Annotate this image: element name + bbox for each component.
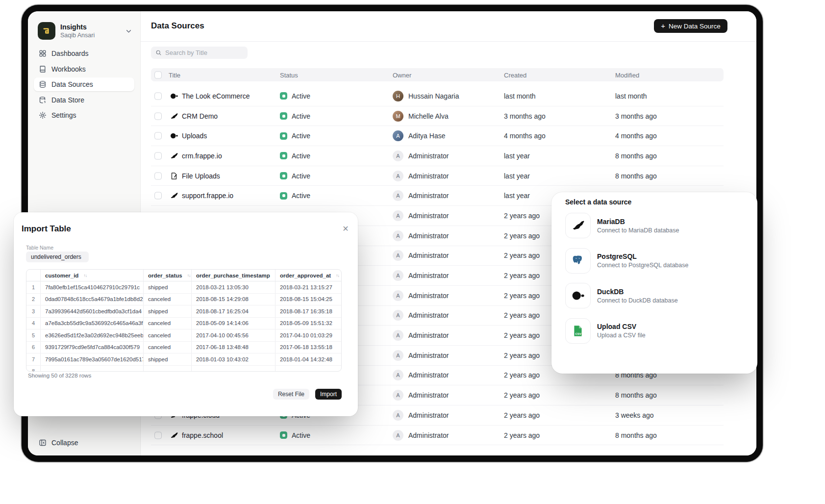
row-created: 2 years ago	[504, 272, 540, 279]
table-row[interactable]: CRM DemoActiveMMichelle Alva3 months ago…	[151, 106, 724, 126]
preview-column-header[interactable]: order_status↑↓	[143, 270, 191, 281]
table-name-input[interactable]	[26, 252, 89, 262]
sort-icon[interactable]: ↑↓	[336, 273, 339, 278]
status-label: Active	[292, 152, 310, 160]
avatar: A	[393, 130, 403, 141]
preview-cell: 2018-08-17 16:25:04	[191, 305, 275, 317]
workspace-switcher[interactable]: Insights Saqib Ansari	[35, 20, 135, 42]
close-button[interactable]: ✕	[340, 223, 351, 234]
row-checkbox[interactable]	[154, 152, 162, 159]
row-created: 2 years ago	[504, 371, 540, 379]
row-created: 2 years ago	[504, 212, 540, 220]
avatar: A	[393, 350, 403, 361]
status-badge: Active	[280, 92, 310, 100]
option-text: Upload CSVUpload a CSV file	[597, 323, 646, 339]
preview-column-header[interactable]: order_purchase_timestamp↑↓	[191, 270, 275, 281]
preview-column-header[interactable]: customer_id↑↓	[40, 270, 143, 281]
sidebar-item-label: Workbooks	[51, 65, 86, 73]
table-row[interactable]: frappe.schoolActiveAAdministrator2 years…	[151, 426, 724, 446]
preview-row: 4a7e8a3cb55d9c9a536992c6465a46a3fcancele…	[26, 318, 341, 330]
sidebar-nav: DashboardsWorkbooksData SourcesData Stor…	[34, 47, 134, 124]
status-badge: Active	[280, 192, 310, 200]
status-label: Active	[292, 192, 310, 200]
sidebar-item-data-sources[interactable]: Data Sources	[34, 77, 134, 91]
row-owner: AAdministrator	[393, 250, 449, 261]
preview-cell: 2018-05-09 14:14:06	[191, 318, 275, 329]
preview-cell	[40, 366, 143, 372]
sort-icon[interactable]: ↑↓	[83, 273, 87, 278]
plus-icon: +	[661, 22, 665, 29]
preview-cell: canceled	[143, 342, 191, 353]
status-dot-icon	[280, 192, 287, 200]
preview-cell: 2018-01-04 14:32:48	[275, 353, 341, 365]
data-source-option-upload-csv[interactable]: CSVUpload CSVUpload a CSV file	[565, 318, 744, 344]
select-all-checkbox[interactable]	[154, 71, 162, 78]
option-description: Connect to PostgreSQL database	[597, 262, 688, 269]
row-created: last year	[504, 152, 530, 160]
sort-icon[interactable]: ↑↓	[187, 273, 191, 278]
table-row[interactable]: The Look eCommerceActiveHHussain Nagaria…	[151, 86, 724, 106]
file-icon	[170, 172, 178, 180]
row-owner: AAdministrator	[393, 390, 449, 401]
avatar: A	[393, 390, 403, 401]
row-owner: AAdministrator	[393, 151, 449, 161]
avatar: M	[393, 111, 403, 122]
avatar: A	[393, 370, 403, 380]
preview-cell: 7a399396442d5601cbedfbd0a3cf1da4	[40, 305, 143, 317]
table-row[interactable]: crm.frappe.ioActiveAAdministratorlast ye…	[151, 146, 724, 166]
row-checkbox[interactable]	[154, 172, 162, 179]
collapse-label: Collapse	[51, 439, 78, 447]
sidebar-item-data-store[interactable]: Data Store	[34, 93, 134, 107]
avatar: A	[393, 171, 403, 181]
row-created: last year	[504, 192, 530, 200]
table-row[interactable]: File UploadsActiveAAdministratorlast yea…	[151, 166, 724, 186]
duckdb-icon	[565, 283, 591, 308]
data-source-option-postgresql[interactable]: PostgreSQLConnect to PostgreSQL database	[565, 248, 744, 274]
header-divider	[141, 41, 756, 42]
sidebar-item-workbooks[interactable]: Workbooks	[34, 62, 134, 76]
data-sources-icon	[39, 80, 47, 88]
row-checkbox[interactable]	[154, 192, 162, 200]
sidebar-item-settings[interactable]: Settings	[34, 108, 134, 122]
option-description: Connect to DuckDB database	[597, 297, 678, 304]
status-badge: Active	[280, 431, 310, 439]
row-checkbox[interactable]	[154, 431, 162, 439]
collapse-button[interactable]: Collapse	[34, 436, 83, 450]
modal-title: Import Table	[22, 224, 71, 234]
table-row[interactable]: UploadsActiveAAditya Hase4 months ago4 m…	[151, 126, 724, 146]
row-created: 2 years ago	[504, 352, 540, 359]
row-created: 2 years ago	[504, 331, 540, 339]
search-icon	[155, 50, 162, 56]
avatar: H	[393, 91, 403, 101]
owner-name: Administrator	[408, 391, 449, 399]
data-source-option-mariadb[interactable]: MariaDBConnect to MariaDB database	[565, 213, 744, 238]
preview-cell: a7e8a3cb55d9c9a536992c6465a46a3f	[40, 318, 143, 329]
mariadb-icon	[565, 213, 591, 238]
row-number: 7	[26, 353, 40, 365]
option-description: Connect to MariaDB database	[597, 227, 679, 234]
row-checkbox[interactable]	[154, 132, 162, 140]
search-input[interactable]	[151, 47, 248, 59]
row-modified: 3 weeks ago	[615, 411, 654, 419]
sidebar-item-label: Data Sources	[51, 80, 93, 88]
status-label: Active	[292, 172, 310, 180]
preview-row: 20dad07848c618cc5a4679a1bfe1db8d2cancele…	[26, 294, 341, 306]
status-dot-icon	[280, 172, 287, 179]
option-description: Upload a CSV file	[597, 332, 646, 339]
owner-name: Administrator	[408, 212, 449, 220]
data-source-option-duckdb[interactable]: DuckDBConnect to DuckDB database	[565, 283, 744, 308]
import-button[interactable]: Import	[315, 389, 342, 400]
preview-column-header[interactable]: order_approved_at↑↓	[275, 270, 341, 281]
owner-name: Administrator	[408, 371, 449, 379]
row-checkbox[interactable]	[154, 92, 162, 100]
row-checkbox[interactable]	[154, 112, 162, 120]
new-data-source-button[interactable]: + New Data Source	[654, 19, 727, 33]
sidebar-item-dashboards[interactable]: Dashboards	[34, 47, 134, 60]
row-number-header	[26, 270, 40, 281]
column-header-title: Title	[169, 71, 180, 78]
row-owner: AAditya Hase	[393, 130, 445, 141]
reset-file-button[interactable]: Reset File	[273, 389, 309, 400]
preview-row: 77995a0161ac789e3a05607de1620d517shipped…	[26, 353, 341, 366]
row-number: 2	[26, 294, 40, 305]
workspace-name: Insights	[60, 23, 95, 31]
